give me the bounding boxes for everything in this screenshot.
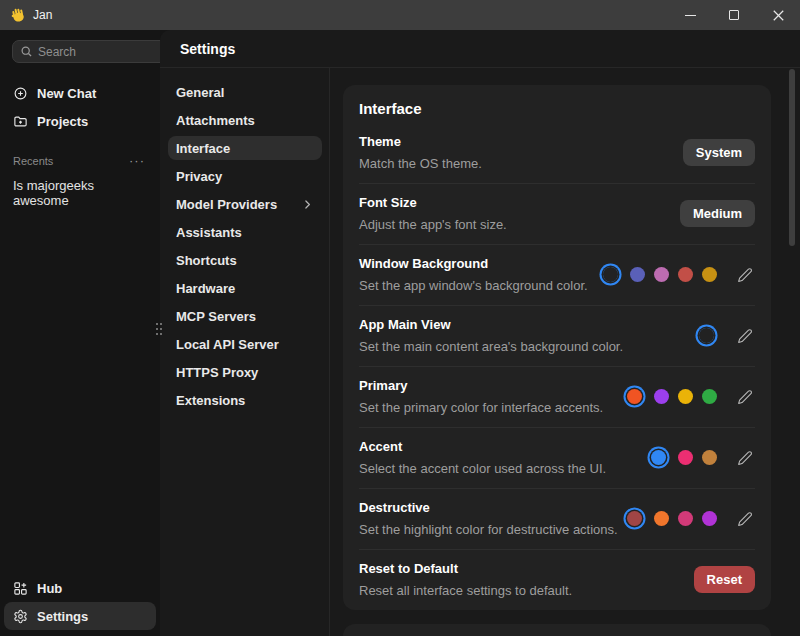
settings-nav-shortcuts[interactable]: Shortcuts <box>168 248 322 272</box>
window-title: Jan <box>33 8 52 22</box>
chevron-right-icon <box>301 198 314 211</box>
primary-swatch-4[interactable] <box>702 389 717 404</box>
setting-description: Adjust the app's font size. <box>359 217 507 232</box>
window-background-swatch-1[interactable] <box>603 267 618 282</box>
nav-item-label: Attachments <box>176 113 255 128</box>
app-body: New Chat Projects Recents ··· Is majorge… <box>0 30 800 636</box>
recent-chat-item[interactable]: Is majorgeeks awesome <box>0 180 160 206</box>
edit-color-pencil-icon[interactable] <box>737 267 753 283</box>
sidebar-item-hub[interactable]: Hub <box>4 574 156 602</box>
destructive-swatch-3[interactable] <box>678 511 693 526</box>
window-background-swatches <box>600 267 755 283</box>
recents-menu-button[interactable]: ··· <box>127 156 147 166</box>
accent-swatch-3[interactable] <box>702 450 717 465</box>
window-background-swatch-4[interactable] <box>678 267 693 282</box>
maximize-button[interactable] <box>712 0 756 30</box>
sidebar-resize-grip[interactable] <box>154 319 164 338</box>
edit-color-pencil-icon[interactable] <box>737 328 753 344</box>
settings-nav-https-proxy[interactable]: HTTPS Proxy <box>168 360 322 384</box>
nav-item-label: General <box>176 85 224 100</box>
primary-swatch-2[interactable] <box>654 389 669 404</box>
primary-swatches <box>624 389 755 405</box>
hub-grid-plus-icon <box>13 581 28 596</box>
setting-title: Primary <box>359 378 603 393</box>
setting-description: Set the primary color for interface acce… <box>359 400 603 415</box>
nav-item-label: Assistants <box>176 225 242 240</box>
setting-description: Set the highlight color for destructive … <box>359 522 618 537</box>
nav-item-label: Model Providers <box>176 197 277 212</box>
scrollbar-thumb[interactable] <box>789 69 795 246</box>
interface-card: Interface Theme Match the OS theme. Syst… <box>343 85 771 610</box>
sidebar-item-new-chat[interactable]: New Chat <box>4 79 156 107</box>
setting-description: Set the main content area's background c… <box>359 339 623 354</box>
setting-description: Reset all interface settings to default. <box>359 583 572 598</box>
settings-nav-assistants[interactable]: Assistants <box>168 220 322 244</box>
accent-swatch-1[interactable] <box>651 450 666 465</box>
close-icon <box>773 10 784 21</box>
sidebar-item-settings[interactable]: Settings <box>4 602 156 630</box>
edit-color-pencil-icon[interactable] <box>737 389 753 405</box>
reset-button[interactable]: Reset <box>694 566 755 593</box>
window-background-swatch-3[interactable] <box>654 267 669 282</box>
window-background-swatch-2[interactable] <box>630 267 645 282</box>
setting-description: Select the accent color used across the … <box>359 461 606 476</box>
section-title: Interface <box>359 100 755 117</box>
setting-row-font-size: Font Size Adjust the app's font size. Me… <box>359 183 755 244</box>
search-icon <box>20 45 33 58</box>
settings-nav-model-providers[interactable]: Model Providers <box>168 192 322 216</box>
setting-row-app-main-view: App Main View Set the main content area'… <box>359 305 755 366</box>
accent-swatch-2[interactable] <box>678 450 693 465</box>
sidebar-item-projects[interactable]: Projects <box>4 107 156 135</box>
setting-title: Theme <box>359 134 482 149</box>
settings-nav-attachments[interactable]: Attachments <box>168 108 322 132</box>
nav-item-label: Extensions <box>176 393 245 408</box>
setting-title: Destructive <box>359 500 618 515</box>
app-logo-wave-icon <box>10 7 26 23</box>
maximize-icon <box>729 10 739 20</box>
settings-content: Interface Theme Match the OS theme. Syst… <box>330 68 800 636</box>
main-panel: Settings General Attachments Interface P… <box>160 30 800 636</box>
setting-description: Set the app window's background color. <box>359 278 588 293</box>
new-chat-label: New Chat <box>37 86 96 101</box>
settings-label: Settings <box>37 609 88 624</box>
destructive-swatch-2[interactable] <box>654 511 669 526</box>
plus-circle-icon <box>13 86 28 101</box>
settings-nav-general[interactable]: General <box>168 80 322 104</box>
nav-item-label: Privacy <box>176 169 222 184</box>
destructive-swatch-1[interactable] <box>627 511 642 526</box>
close-button[interactable] <box>756 0 800 30</box>
primary-swatch-3[interactable] <box>678 389 693 404</box>
app-main-view-swatches <box>696 328 755 344</box>
next-card-partial <box>343 624 771 636</box>
theme-button[interactable]: System <box>683 139 755 166</box>
font-size-button[interactable]: Medium <box>680 200 755 227</box>
nav-item-label: Hardware <box>176 281 235 296</box>
nav-item-label: Interface <box>176 141 230 156</box>
settings-nav-local-api-server[interactable]: Local API Server <box>168 332 322 356</box>
setting-row-primary: Primary Set the primary color for interf… <box>359 366 755 427</box>
settings-header: Settings <box>160 30 800 68</box>
setting-description: Match the OS theme. <box>359 156 482 171</box>
minimize-icon <box>685 15 696 16</box>
settings-nav-hardware[interactable]: Hardware <box>168 276 322 300</box>
page-title: Settings <box>180 41 235 57</box>
settings-nav: General Attachments Interface Privacy Mo… <box>160 68 330 636</box>
settings-nav-extensions[interactable]: Extensions <box>168 388 322 412</box>
app-main-view-swatch-1[interactable] <box>699 328 714 343</box>
window-background-swatch-5[interactable] <box>702 267 717 282</box>
settings-nav-interface[interactable]: Interface <box>168 136 322 160</box>
settings-nav-privacy[interactable]: Privacy <box>168 164 322 188</box>
nav-item-label: Shortcuts <box>176 253 237 268</box>
setting-title: Window Background <box>359 256 588 271</box>
setting-title: Accent <box>359 439 606 454</box>
setting-title: App Main View <box>359 317 623 332</box>
destructive-swatch-4[interactable] <box>702 511 717 526</box>
setting-row-theme: Theme Match the OS theme. System <box>359 123 755 183</box>
edit-color-pencil-icon[interactable] <box>737 450 753 466</box>
sidebar: New Chat Projects Recents ··· Is majorge… <box>0 30 160 636</box>
edit-color-pencil-icon[interactable] <box>737 511 753 527</box>
minimize-button[interactable] <box>668 0 712 30</box>
settings-nav-mcp-servers[interactable]: MCP Servers <box>168 304 322 328</box>
recents-label: Recents <box>13 155 53 167</box>
primary-swatch-1[interactable] <box>627 389 642 404</box>
